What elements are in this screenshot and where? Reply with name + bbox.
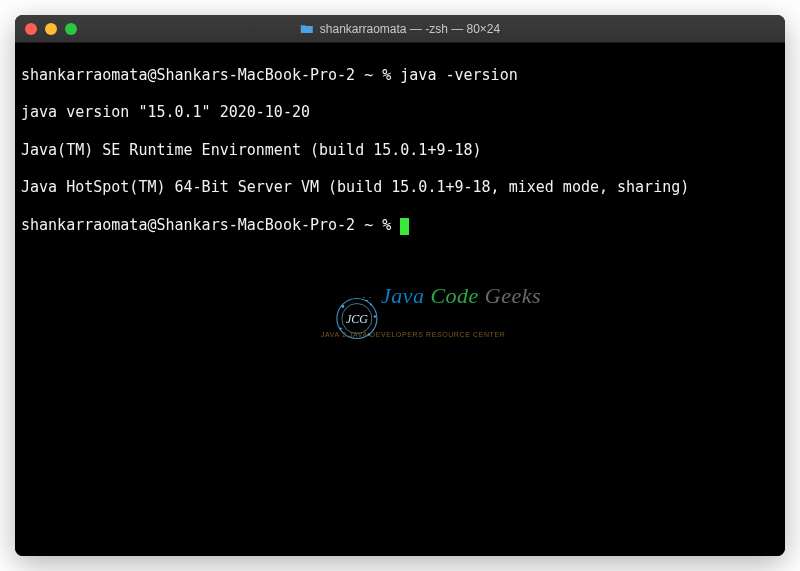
svg-point-10 [370,297,371,298]
svg-point-8 [366,300,367,301]
maximize-button[interactable] [65,23,77,35]
watermark-subtitle: Java 2 Java Developers Resource Center [321,330,541,337]
terminal-prompt-line: shankarraomata@Shankars-MacBook-Pro-2 ~ … [21,216,779,235]
svg-point-9 [364,297,365,298]
cursor [400,218,409,235]
terminal-line: java version "15.0.1" 2020-10-20 [21,103,779,122]
svg-point-3 [370,303,372,305]
title-bar: shankarraomata — -zsh — 80×24 [15,15,785,43]
watermark-title: Java Code Geeks [321,262,541,328]
folder-icon [300,23,314,34]
svg-point-1 [342,303,372,333]
terminal-line: Java(TM) SE Runtime Environment (build 1… [21,141,779,160]
watermark-text: Java Code Geeks Java 2 Java Developers R… [321,262,541,337]
svg-point-0 [337,298,377,338]
terminal-line: shankarraomata@Shankars-MacBook-Pro-2 ~ … [21,66,779,85]
minimize-button[interactable] [45,23,57,35]
terminal-body[interactable]: shankarraomata@Shankars-MacBook-Pro-2 ~ … [15,43,785,556]
svg-point-6 [340,327,342,329]
close-button[interactable] [25,23,37,35]
terminal-window: shankarraomata — -zsh — 80×24 shankarrao… [15,15,785,556]
svg-point-2 [342,305,345,308]
svg-text:JCG: JCG [346,311,368,325]
jcg-logo-icon: JCG [259,274,311,326]
terminal-line: Java HotSpot(TM) 64-Bit Server VM (build… [21,178,779,197]
watermark: JCG Java Code Geeks Java 2 Java Develope… [259,262,541,337]
terminal-prompt: shankarraomata@Shankars-MacBook-Pro-2 ~ … [21,216,400,234]
svg-point-5 [368,333,371,336]
traffic-lights [25,23,77,35]
svg-point-4 [374,315,376,317]
window-title: shankarraomata — -zsh — 80×24 [320,22,500,36]
window-title-container: shankarraomata — -zsh — 80×24 [300,22,500,36]
